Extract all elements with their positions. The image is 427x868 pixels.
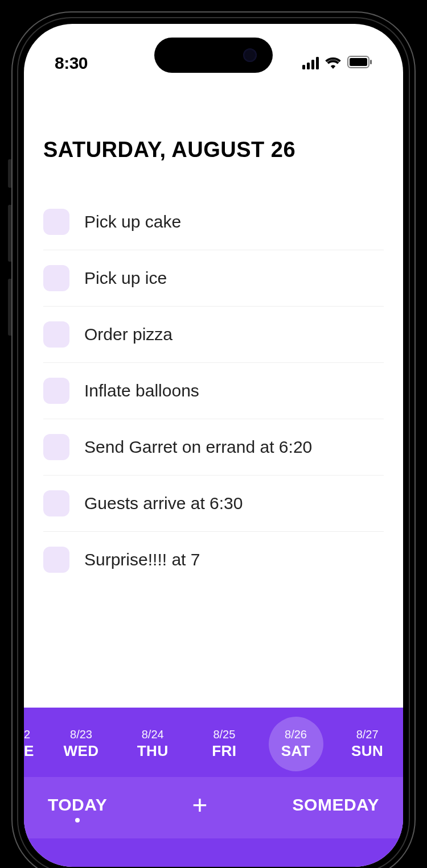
task-item[interactable]: Surprise!!!! at 7 <box>43 532 384 588</box>
date-item-partial[interactable]: 2 E <box>24 722 46 766</box>
task-checkbox[interactable] <box>43 547 69 573</box>
bottom-bar: TODAY + SOMEDAY <box>24 777 403 838</box>
task-checkbox[interactable] <box>43 209 69 235</box>
task-label: Send Garret on errand at 6:20 <box>84 437 312 457</box>
task-checkbox[interactable] <box>43 265 69 291</box>
task-checkbox[interactable] <box>43 321 69 348</box>
date-num: 8/23 <box>46 728 117 741</box>
cellular-signal-icon <box>302 57 319 69</box>
task-label: Guests arrive at 6:30 <box>84 494 243 513</box>
task-label: Pick up ice <box>84 268 167 288</box>
task-label: Order pizza <box>84 325 173 344</box>
date-item-wed[interactable]: 8/23 WED <box>46 722 117 766</box>
main-content: SATURDAY, AUGUST 26 Pick up cake Pick up… <box>24 81 403 708</box>
date-num: 8/24 <box>117 728 188 741</box>
task-list: Pick up cake Pick up ice Order pizza Inf… <box>43 194 384 588</box>
task-item[interactable]: Pick up ice <box>43 250 384 307</box>
task-item[interactable]: Guests arrive at 6:30 <box>43 476 384 532</box>
task-item[interactable]: Order pizza <box>43 307 384 363</box>
date-day: WED <box>46 742 117 760</box>
phone-device-frame: 8:30 <box>11 11 416 868</box>
status-icons <box>302 55 372 71</box>
dynamic-island <box>154 38 273 73</box>
status-time: 8:30 <box>55 53 88 73</box>
date-day: SAT <box>260 742 332 760</box>
task-label: Surprise!!!! at 7 <box>84 550 200 569</box>
date-num: 8/26 <box>260 728 332 741</box>
someday-button[interactable]: SOMEDAY <box>293 795 379 815</box>
date-num: 8/27 <box>331 728 403 741</box>
date-strip[interactable]: 2 E 8/23 WED 8/24 THU 8/25 FRI 8/26 <box>24 708 403 777</box>
task-checkbox[interactable] <box>43 378 69 404</box>
date-num: 8/25 <box>188 728 260 741</box>
task-checkbox[interactable] <box>43 434 69 460</box>
today-button[interactable]: TODAY <box>48 795 107 815</box>
add-button[interactable]: + <box>192 792 207 818</box>
svg-rect-2 <box>370 60 372 64</box>
date-num: 2 <box>24 728 46 741</box>
wifi-icon <box>325 55 342 71</box>
date-day: E <box>24 742 46 760</box>
task-label: Inflate balloons <box>84 381 199 400</box>
date-item-sat-selected[interactable]: 8/26 SAT <box>260 722 332 766</box>
date-day: THU <box>117 742 188 760</box>
page-title: SATURDAY, AUGUST 26 <box>43 138 384 162</box>
task-item[interactable]: Send Garret on errand at 6:20 <box>43 419 384 476</box>
phone-screen: 8:30 <box>24 24 403 867</box>
date-item-fri[interactable]: 8/25 FRI <box>188 722 260 766</box>
task-item[interactable]: Inflate balloons <box>43 363 384 419</box>
date-item-thu[interactable]: 8/24 THU <box>117 722 188 766</box>
task-item[interactable]: Pick up cake <box>43 194 384 250</box>
battery-icon <box>347 56 372 71</box>
bottom-section: 2 E 8/23 WED 8/24 THU 8/25 FRI 8/26 <box>24 708 403 867</box>
task-label: Pick up cake <box>84 212 181 232</box>
date-item-sun[interactable]: 8/27 SUN <box>331 722 403 766</box>
task-checkbox[interactable] <box>43 490 69 516</box>
svg-rect-1 <box>350 58 367 66</box>
date-day: SUN <box>331 742 403 760</box>
date-day: FRI <box>188 742 260 760</box>
